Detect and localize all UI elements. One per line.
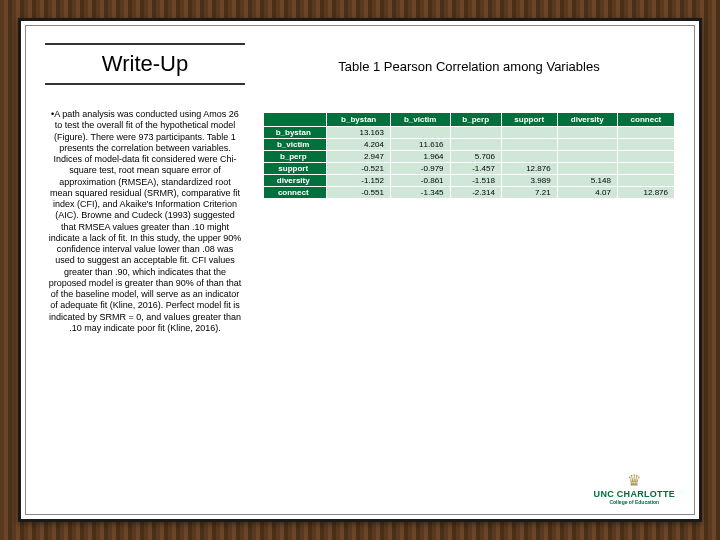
cell bbox=[501, 139, 557, 151]
cell: 7.21 bbox=[501, 187, 557, 199]
cell: 5.148 bbox=[557, 175, 617, 187]
cell: -2.314 bbox=[450, 187, 501, 199]
cell: 4.204 bbox=[327, 139, 390, 151]
cell bbox=[557, 151, 617, 163]
row-label: b_perp bbox=[264, 151, 327, 163]
row-label: diversity bbox=[264, 175, 327, 187]
header-empty bbox=[264, 113, 327, 127]
cell: -0.551 bbox=[327, 187, 390, 199]
row-label: b_victim bbox=[264, 139, 327, 151]
cell bbox=[557, 127, 617, 139]
cell: 13.163 bbox=[327, 127, 390, 139]
header-cell: b_bystan bbox=[327, 113, 390, 127]
table-row: b_perp2.9471.9645.706 bbox=[264, 151, 675, 163]
row-label: b_bystan bbox=[264, 127, 327, 139]
cell: 4.07 bbox=[557, 187, 617, 199]
table-row: diversity-1.152-0.861-1.5183.9895.148 bbox=[264, 175, 675, 187]
table-row: support-0.521-0.979-1.45712.876 bbox=[264, 163, 675, 175]
logo-subtitle: College of Education bbox=[594, 499, 675, 505]
cell: -1.345 bbox=[390, 187, 450, 199]
cell: 3.989 bbox=[501, 175, 557, 187]
cell bbox=[617, 175, 674, 187]
header-cell: b_victim bbox=[390, 113, 450, 127]
row-label: support bbox=[264, 163, 327, 175]
cell bbox=[617, 151, 674, 163]
cell bbox=[617, 163, 674, 175]
cell: 12.876 bbox=[617, 187, 674, 199]
cell: -0.521 bbox=[327, 163, 390, 175]
left-heading: Write-Up bbox=[45, 49, 245, 85]
cell bbox=[390, 127, 450, 139]
columns: Write-Up •A path analysis was conducted … bbox=[45, 49, 675, 499]
cell bbox=[617, 139, 674, 151]
cell: -1.518 bbox=[450, 175, 501, 187]
header-cell: diversity bbox=[557, 113, 617, 127]
cell: -1.457 bbox=[450, 163, 501, 175]
header-cell: b_perp bbox=[450, 113, 501, 127]
slide-frame: Write-Up •A path analysis was conducted … bbox=[18, 18, 702, 522]
table-title: Table 1 Pearson Correlation among Variab… bbox=[263, 59, 675, 74]
right-column: Table 1 Pearson Correlation among Variab… bbox=[263, 49, 675, 499]
cell bbox=[557, 139, 617, 151]
cell bbox=[501, 127, 557, 139]
crown-icon: ♛ bbox=[594, 473, 675, 489]
brand-logo: ♛ UNC CHARLOTTE College of Education bbox=[594, 473, 675, 505]
table-row: b_victim4.20411.616 bbox=[264, 139, 675, 151]
table-row: connect-0.551-1.345-2.3147.214.0712.876 bbox=[264, 187, 675, 199]
body-paragraph: •A path analysis was conducted using Amo… bbox=[45, 109, 245, 334]
cell: -0.861 bbox=[390, 175, 450, 187]
left-column: Write-Up •A path analysis was conducted … bbox=[45, 49, 245, 499]
cell: 1.964 bbox=[390, 151, 450, 163]
correlation-table: b_bystan b_victim b_perp support diversi… bbox=[263, 112, 675, 199]
cell bbox=[501, 151, 557, 163]
cell bbox=[450, 139, 501, 151]
cell: 12.876 bbox=[501, 163, 557, 175]
header-cell: connect bbox=[617, 113, 674, 127]
row-label: connect bbox=[264, 187, 327, 199]
table-body: b_bystan13.163 b_victim4.20411.616 b_per… bbox=[264, 127, 675, 199]
logo-name: UNC CHARLOTTE bbox=[594, 489, 675, 499]
cell: -0.979 bbox=[390, 163, 450, 175]
cell: 11.616 bbox=[390, 139, 450, 151]
cell bbox=[617, 127, 674, 139]
header-cell: support bbox=[501, 113, 557, 127]
cell: -1.152 bbox=[327, 175, 390, 187]
cell bbox=[450, 127, 501, 139]
cell bbox=[557, 163, 617, 175]
table-header-row: b_bystan b_victim b_perp support diversi… bbox=[264, 113, 675, 127]
cell: 5.706 bbox=[450, 151, 501, 163]
table-row: b_bystan13.163 bbox=[264, 127, 675, 139]
cell: 2.947 bbox=[327, 151, 390, 163]
